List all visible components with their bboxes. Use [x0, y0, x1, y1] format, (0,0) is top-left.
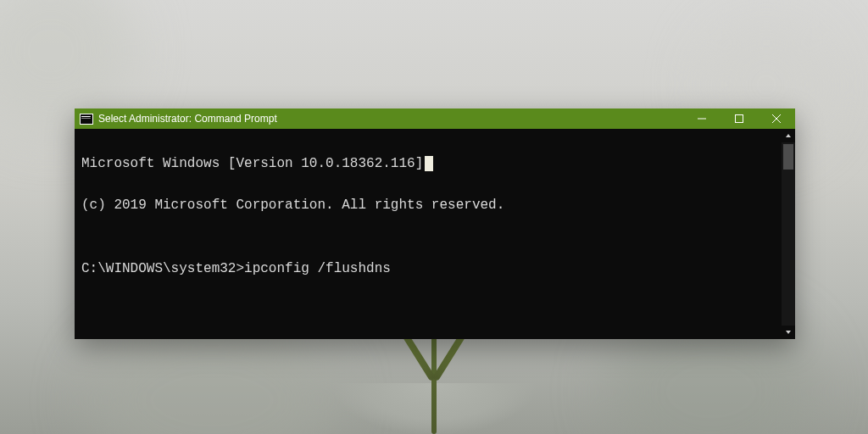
- scroll-track[interactable]: [782, 142, 795, 326]
- command-prompt-window: Select Administrator: Command Prompt Mic…: [75, 108, 795, 339]
- desktop-background-plant: [431, 332, 437, 434]
- scroll-thumb[interactable]: [783, 144, 793, 170]
- close-button[interactable]: [758, 108, 795, 129]
- terminal-line: Microsoft Windows [Version 10.0.18362.11…: [81, 156, 423, 171]
- terminal-line: C:\WINDOWS\system32>ipconfig /flushdns: [81, 259, 790, 280]
- maximize-button[interactable]: [721, 108, 758, 129]
- cmd-icon: [80, 114, 93, 125]
- scroll-down-arrow-icon[interactable]: [782, 326, 795, 339]
- scroll-up-arrow-icon[interactable]: [782, 129, 795, 142]
- titlebar[interactable]: Select Administrator: Command Prompt: [75, 108, 795, 129]
- terminal-output[interactable]: Microsoft Windows [Version 10.0.18362.11…: [75, 129, 795, 339]
- terminal-line: (c) 2019 Microsoft Corporation. All righ…: [81, 195, 790, 216]
- svg-rect-0: [736, 115, 743, 123]
- vertical-scrollbar[interactable]: [782, 129, 795, 339]
- window-title: Select Administrator: Command Prompt: [98, 113, 277, 125]
- minimize-button[interactable]: [683, 108, 721, 129]
- text-selection-cursor: [425, 156, 433, 171]
